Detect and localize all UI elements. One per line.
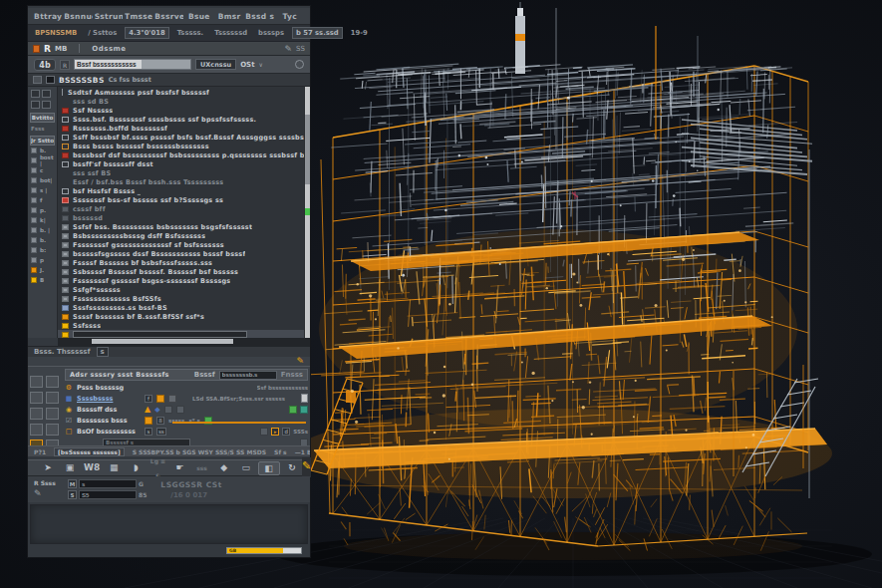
tree-row[interactable]: Bsss bssss bsssssf bssssssbsssssss: [58, 142, 304, 150]
tree-row[interactable]: [58, 330, 304, 338]
kite-icon[interactable]: ◆: [214, 460, 234, 475]
back-nav-button[interactable]: 4b: [34, 59, 56, 71]
mini-chip[interactable]: ss: [156, 428, 166, 436]
tool-grid-cell[interactable]: [46, 424, 59, 436]
panel-toggle-group[interactable]: ◧ ◨: [258, 461, 280, 475]
vertical-scrollbar[interactable]: [304, 87, 310, 338]
color-swatch[interactable]: [176, 406, 184, 414]
mini-chip[interactable]: d: [282, 428, 290, 436]
property-row[interactable]: ◉Bssssff dss▲◆: [65, 404, 308, 415]
mini-chip[interactable]: f: [145, 395, 152, 403]
tree-row[interactable]: Ssfgf*ssssss: [58, 285, 304, 294]
tree-row[interactable]: sss ssf BS: [58, 168, 304, 177]
property-row[interactable]: □BsOf bssssssssssss▸dSSSs: [65, 426, 308, 437]
refresh-icon[interactable]: ↻: [282, 460, 302, 475]
tree-row[interactable]: Ssff bsssbsf bf.ssss pssssf bsfs bssf.Bs…: [58, 133, 304, 142]
rail-item[interactable]: c: [31, 165, 57, 175]
chevron-down-icon[interactable]: ∨: [258, 61, 262, 68]
path-section[interactable]: Odssme: [92, 45, 126, 53]
rail-item[interactable]: f: [31, 195, 57, 205]
rail-cell-icon[interactable]: [42, 101, 51, 109]
tree-row[interactable]: Bsbsssssssssbsssg dsff Bsfsssssss: [58, 231, 304, 240]
tab-item[interactable]: bsssps: [255, 28, 287, 38]
tree-row[interactable]: Fsssssssf gsssssf bsgss-sssssssf Bssssgs: [58, 276, 304, 285]
edit-pencil-icon[interactable]: ✎: [296, 357, 304, 365]
rail-item[interactable]: s |: [31, 185, 57, 195]
tab-item[interactable]: Tssssssd: [211, 28, 250, 38]
menu-item[interactable]: Bssrve: [154, 12, 182, 21]
monitor-icon[interactable]: ▭: [236, 460, 256, 475]
path-right-group[interactable]: ✎ SS: [285, 45, 305, 53]
tree-row[interactable]: Fsssssssssssss BsfSSfs: [58, 294, 304, 303]
tool-grid-cell[interactable]: [30, 376, 43, 388]
tree-row[interactable]: bsssssfsgsssss dssf Bsssssssssss bsssf b…: [58, 249, 304, 258]
tree-row[interactable]: Sssfsssssssss.ss bssf-BS: [58, 303, 304, 312]
rail-item[interactable]: b.: [31, 235, 57, 245]
view-grid-icon[interactable]: [33, 76, 42, 84]
rail-item[interactable]: k|: [31, 215, 57, 225]
rail-item[interactable]: bost |: [31, 155, 57, 165]
tree-row[interactable]: bssff'sf bsssssff dsst: [58, 159, 304, 168]
color-swatch[interactable]: [260, 428, 268, 436]
menu-item[interactable]: Bttray: [34, 12, 62, 21]
tree-row[interactable]: Rsssssss.bsffd bsssssssf: [58, 124, 304, 133]
tab-item[interactable]: 19-9: [348, 28, 371, 38]
tree-row[interactable]: bsssssd: [58, 213, 304, 222]
edit-slash-icon[interactable]: ✎: [285, 45, 293, 53]
tree-row[interactable]: Ssfsf bss. Bsssssssss bsbsssssss bsgsfsf…: [58, 222, 304, 231]
grid-icon[interactable]: ▦: [104, 460, 124, 475]
brush-icon[interactable]: ◗: [126, 460, 146, 475]
menu-item[interactable]: Bmsr: [215, 12, 243, 21]
settings-input[interactable]: [79, 490, 137, 499]
binoculars-icon[interactable]: W8: [82, 460, 102, 475]
property-row[interactable]: ☑Bsssssss bsss8ssssss* s: [65, 415, 308, 426]
tree-row[interactable]: csssf bff: [58, 204, 304, 213]
tree-row[interactable]: Ssbssssf Bsssssf bssssf. Bsssssf bsf bss…: [58, 267, 304, 276]
tool-grid-cell[interactable]: [46, 376, 59, 388]
scrollbar-thumb[interactable]: [305, 115, 310, 184]
settings-input[interactable]: [79, 479, 137, 488]
rail-item[interactable]: b:: [31, 245, 57, 255]
property-row[interactable]: ■SsssbssssfLSd SSA.BfSsr;Ssss.ssr ssssss: [65, 393, 308, 404]
color-swatch[interactable]: [289, 406, 297, 414]
rail-item[interactable]: J.: [31, 265, 57, 275]
tool-grid-cell[interactable]: [30, 392, 43, 404]
tree-row[interactable]: Ssssf bssssss bf B.sssf.BfSSf ssf*s: [58, 312, 304, 321]
tree-row[interactable]: Ssss.bsf. Bsssssssf ssssbssss ssf bpssfs…: [58, 115, 304, 124]
tree-row[interactable]: bsssbssf dsf bsssssssssf bsbsssssssss p.…: [58, 150, 304, 159]
color-swatch[interactable]: [168, 395, 176, 403]
tool-grid-cell[interactable]: [30, 408, 43, 420]
settings-pencil-icon[interactable]: ✎: [34, 489, 62, 497]
menu-item[interactable]: Bsue: [185, 12, 213, 21]
tree-row[interactable]: sss sd BS: [58, 97, 304, 106]
tab-item[interactable]: / Ssttos: [85, 28, 120, 38]
cursor-icon[interactable]: ➤: [38, 460, 58, 475]
search-dropdown[interactable]: UXcnssu: [195, 59, 236, 70]
tree-row[interactable]: Fssssf Bssssss bf bsbsfsssfsssss.sss: [58, 258, 304, 267]
target-circle-icon[interactable]: [295, 60, 304, 69]
rail-cell-icon[interactable]: [31, 101, 40, 109]
annotate-pencil-icon[interactable]: ✎: [302, 457, 311, 477]
image-frame-icon[interactable]: ▣: [60, 460, 80, 475]
hand-icon[interactable]: ☛: [169, 460, 189, 475]
tab-item[interactable]: BPSNSSMB: [32, 28, 80, 38]
menu-item[interactable]: Bssd so: [245, 12, 273, 21]
menu-item[interactable]: Sstrum: [95, 12, 123, 21]
rail-button-2[interactable]: Jr Sstto: [30, 136, 55, 146]
mini-chip[interactable]: s: [145, 428, 152, 436]
tree-footer-box[interactable]: s: [97, 347, 109, 357]
inline-edit-field[interactable]: [73, 331, 247, 338]
tree-row[interactable]: Ssf Nsssss: [58, 106, 304, 115]
properties-input[interactable]: [219, 371, 277, 380]
color-swatch[interactable]: [300, 406, 308, 414]
search-input[interactable]: [74, 59, 191, 70]
hscrollbar-thumb[interactable]: [92, 339, 233, 344]
horizontal-scrollbar[interactable]: [58, 338, 310, 346]
tool-grid-cell[interactable]: [46, 392, 59, 404]
rail-button-1[interactable]: Bvtitto: [30, 113, 55, 123]
tree-row[interactable]: Sssssssf bss-sf bsssss ssf b?Sssssgs ss: [58, 195, 304, 204]
rail-item[interactable]: B: [31, 275, 57, 285]
color-swatch[interactable]: [145, 417, 152, 425]
mini-chip[interactable]: 8: [156, 417, 164, 425]
tree-row[interactable]: Ssdtsf Asmssssss pssf bssfsf bsssssf: [58, 88, 304, 97]
